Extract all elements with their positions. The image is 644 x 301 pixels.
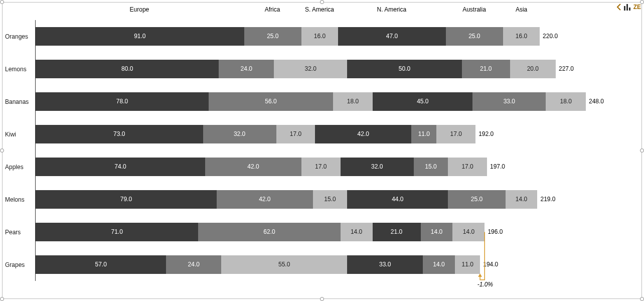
bar-track: 74.042.017.032.015.017.0197.0 — [36, 158, 604, 176]
bar-track: 73.032.017.042.011.017.0192.0 — [36, 125, 604, 143]
category-label: Pears — [5, 229, 33, 236]
bar-segment[interactable]: 17.0 — [301, 158, 341, 176]
category-label: Apples — [5, 164, 33, 171]
row-total: 227.0 — [559, 65, 574, 72]
bar-segment[interactable]: 62.0 — [198, 223, 340, 241]
bar-segment[interactable]: 32.0 — [203, 125, 276, 143]
bar-segment[interactable]: 15.0 — [313, 190, 348, 208]
category-label: Melons — [5, 196, 33, 203]
bar-segment[interactable]: 73.0 — [36, 125, 203, 143]
series-header-row: EuropeAfricaS. AmericaN. AmericaAustrali… — [35, 6, 604, 17]
bar-segment[interactable]: 80.0 — [36, 60, 219, 78]
bar-segment[interactable]: 33.0 — [347, 255, 423, 273]
bar-segment[interactable]: 71.0 — [36, 223, 198, 241]
chart-row: Oranges91.025.016.047.025.016.0220.0 — [5, 20, 639, 53]
bar-segment[interactable]: 11.0 — [411, 125, 436, 143]
bar-segment[interactable]: 74.0 — [36, 158, 205, 176]
bar-segment[interactable]: 20.0 — [510, 60, 556, 78]
series-header: Africa — [265, 6, 280, 13]
bar-segment[interactable]: 21.0 — [462, 60, 510, 78]
bar-segment[interactable]: 14.0 — [452, 223, 485, 241]
bar-segment[interactable]: 45.0 — [373, 92, 472, 110]
bar-segment[interactable]: 24.0 — [166, 255, 221, 273]
bar-track: 80.024.032.050.021.020.0227.0 — [36, 60, 604, 78]
chart-rows: Oranges91.025.016.047.025.016.0220.0Lemo… — [5, 20, 639, 281]
bar-segment[interactable]: 18.0 — [333, 92, 373, 110]
bar-segment[interactable]: 14.0 — [423, 255, 455, 273]
delta-label: -1.0% — [477, 281, 493, 288]
resize-handle-top-left[interactable] — [0, 0, 4, 4]
row-total: 194.0 — [483, 261, 498, 268]
row-total: 248.0 — [589, 98, 604, 105]
bar-segment[interactable]: 91.0 — [36, 27, 244, 45]
bar-segment[interactable]: 25.0 — [448, 190, 505, 208]
row-total: 192.0 — [478, 130, 494, 137]
bar-segment[interactable]: 44.0 — [347, 190, 448, 208]
bar-segment[interactable]: 50.0 — [347, 60, 461, 78]
bar-segment[interactable]: 14.0 — [506, 190, 538, 208]
resize-handle-mid-right[interactable] — [640, 148, 644, 153]
bar-segment[interactable]: 42.0 — [217, 190, 313, 208]
chart-row: Melons79.042.015.044.025.014.0219.0 — [5, 183, 639, 216]
chart-row: Apples74.042.017.032.015.017.0197.0 — [5, 150, 639, 183]
category-label: Bananas — [5, 98, 33, 105]
resize-handle-bot-mid[interactable] — [320, 297, 324, 301]
series-header: Australia — [462, 6, 486, 13]
bar-segment[interactable]: 18.0 — [546, 92, 586, 110]
resize-handle-top-mid[interactable] — [320, 0, 324, 4]
bar-segment[interactable]: 55.0 — [221, 255, 347, 273]
bar-track: 78.056.018.045.033.018.0248.0 — [36, 92, 604, 110]
resize-handle-bot-left[interactable] — [0, 297, 4, 301]
bar-segment[interactable]: 14.0 — [341, 223, 373, 241]
category-label: Oranges — [5, 33, 33, 40]
category-label: Lemons — [5, 66, 33, 73]
bar-track: 91.025.016.047.025.016.0220.0 — [36, 27, 604, 45]
bar-segment[interactable]: 16.0 — [301, 27, 338, 45]
bar-segment[interactable]: 11.0 — [455, 255, 480, 273]
category-label: Grapes — [5, 261, 33, 268]
bar-segment[interactable]: 79.0 — [36, 190, 217, 208]
bar-segment[interactable]: 15.0 — [414, 158, 448, 176]
chart-row: Pears71.062.014.021.014.014.0196.0 — [5, 216, 639, 248]
bar-segment[interactable]: 16.0 — [503, 27, 540, 45]
bar-segment[interactable]: 24.0 — [219, 60, 274, 78]
series-header: Europe — [130, 6, 149, 13]
bar-segment[interactable]: 25.0 — [244, 27, 301, 45]
bar-segment[interactable]: 47.0 — [338, 27, 446, 45]
bar-segment[interactable]: 42.0 — [315, 125, 411, 143]
bar-segment[interactable]: 17.0 — [276, 125, 315, 143]
bar-track: 79.042.015.044.025.014.0219.0 — [36, 190, 604, 208]
series-header: Asia — [516, 6, 527, 13]
row-total: 196.0 — [488, 228, 503, 235]
bar-segment[interactable]: 56.0 — [209, 92, 333, 110]
bar-segment[interactable]: 33.0 — [472, 92, 546, 110]
chart-row: Kiwi73.032.017.042.011.017.0192.0 — [5, 118, 639, 150]
bar-segment[interactable]: 25.0 — [446, 27, 503, 45]
chart-selection-canvas: ZE EuropeAfricaS. AmericaN. AmericaAustr… — [0, 0, 644, 301]
bar-segment[interactable]: 17.0 — [448, 158, 487, 176]
category-label: Kiwi — [5, 131, 33, 138]
bar-segment[interactable]: 21.0 — [373, 223, 421, 241]
chart-row: Grapes57.024.055.033.014.011.0194.0 — [5, 248, 639, 281]
series-header: N. America — [377, 6, 407, 13]
bar-segment[interactable]: 57.0 — [36, 255, 166, 273]
bar-track: 71.062.014.021.014.014.0196.0 — [36, 223, 604, 241]
row-total: 219.0 — [540, 196, 555, 203]
chart-row: Lemons80.024.032.050.021.020.0227.0 — [5, 53, 639, 85]
bar-segment[interactable]: 14.0 — [421, 223, 453, 241]
bar-segment[interactable]: 32.0 — [341, 158, 414, 176]
row-total: 197.0 — [490, 163, 505, 170]
series-header: S. America — [305, 6, 334, 13]
bar-track: 57.024.055.033.014.011.0194.0 — [36, 255, 604, 273]
bar-segment[interactable]: 78.0 — [36, 92, 209, 110]
row-total: 220.0 — [543, 33, 558, 40]
stacked-bar-chart[interactable]: EuropeAfricaS. AmericaN. AmericaAustrali… — [5, 5, 639, 286]
resize-handle-bot-right[interactable] — [640, 297, 644, 301]
chart-row: Bananas78.056.018.045.033.018.0248.0 — [5, 85, 639, 118]
resize-handle-mid-left[interactable] — [0, 148, 4, 153]
bar-segment[interactable]: 17.0 — [436, 125, 475, 143]
bar-segment[interactable]: 42.0 — [205, 158, 301, 176]
bar-segment[interactable]: 32.0 — [274, 60, 347, 78]
